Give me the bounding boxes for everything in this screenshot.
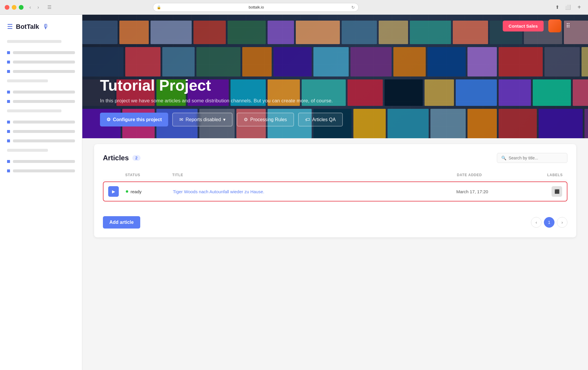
sidebar-dot-icon — [7, 51, 10, 54]
sidebar-item-label — [13, 100, 75, 103]
svg-rect-23 — [427, 47, 466, 76]
article-date: March 17, 17:20 — [456, 189, 515, 194]
add-article-button[interactable]: Add article — [103, 216, 140, 229]
labels-button[interactable]: ⬛ — [552, 186, 562, 197]
svg-rect-6 — [296, 21, 340, 44]
contact-sales-button[interactable]: Contact Sales — [503, 21, 544, 31]
play-icon: ▶ — [112, 189, 115, 194]
sidebar-item-label — [13, 121, 75, 124]
dropdown-arrow-icon: ▾ — [223, 117, 225, 122]
logo-brand: BotTalk — [16, 23, 39, 31]
sidebar-item-label — [13, 51, 75, 54]
svg-rect-20 — [313, 47, 349, 76]
url-text: bottalk.io — [163, 5, 349, 9]
articles-count-badge: 2 — [132, 155, 141, 161]
col-header-empty — [108, 173, 125, 177]
sidebar-dot-icon — [7, 169, 10, 172]
sidebar-item[interactable] — [0, 137, 82, 145]
sidebar-item[interactable] — [0, 58, 82, 66]
search-input[interactable] — [509, 156, 563, 160]
sidebar-item[interactable] — [0, 49, 82, 56]
logo-wave-icon: 🎙 — [43, 23, 49, 31]
sidebar-item-label — [13, 130, 75, 133]
svg-rect-5 — [268, 21, 294, 44]
svg-rect-27 — [582, 47, 588, 76]
svg-rect-0 — [82, 21, 118, 44]
back-button[interactable]: ‹ — [27, 4, 33, 11]
processing-label: Processing Rules — [250, 117, 287, 122]
svg-rect-16 — [162, 47, 195, 76]
sidebar-item[interactable] — [0, 68, 82, 75]
maximize-button[interactable] — [19, 5, 24, 10]
sidebar-item[interactable] — [0, 158, 82, 165]
sidebar-section-4 — [0, 146, 82, 156]
next-page-button[interactable]: › — [557, 217, 567, 228]
project-title: Tutorial Project — [100, 77, 570, 94]
articles-qa-button[interactable]: 🏷 Articles QA — [298, 113, 343, 126]
svg-rect-10 — [453, 21, 488, 44]
sidebar-dot-icon — [7, 61, 10, 64]
svg-rect-1 — [119, 21, 149, 44]
svg-rect-3 — [193, 21, 226, 44]
sidebar-item-label — [13, 139, 75, 142]
svg-rect-21 — [350, 47, 392, 76]
svg-rect-14 — [82, 47, 123, 76]
sidebar-section-2 — [0, 77, 82, 87]
share-button[interactable]: ⬆ — [554, 3, 561, 11]
page-1-button[interactable]: 1 — [544, 217, 554, 228]
sidebar-item[interactable] — [0, 167, 82, 175]
sidebar-dot-icon — [7, 91, 10, 94]
sidebar-item-label — [13, 61, 75, 64]
sidebar-dot-icon — [7, 130, 10, 133]
sidebar-item-label — [13, 169, 75, 172]
articles-footer: Add article ‹ 1 › — [103, 210, 567, 229]
status-cell: ready — [126, 189, 173, 194]
add-tab-button[interactable]: + — [575, 3, 583, 11]
sidebar-section-3 — [0, 107, 82, 117]
processing-icon: ⚙ — [244, 117, 248, 122]
sidebar-toggle-button[interactable]: ☰ — [45, 3, 54, 11]
svg-rect-17 — [196, 47, 240, 76]
minimize-button[interactable] — [12, 5, 16, 10]
pagination: ‹ 1 › — [531, 217, 567, 228]
article-title-link[interactable]: Tiger Woods nach Autounfall wieder zu Ha… — [173, 189, 456, 194]
svg-rect-2 — [151, 21, 192, 44]
svg-rect-15 — [125, 47, 161, 76]
articles-header: Articles 2 🔍 — [103, 153, 567, 163]
svg-rect-18 — [242, 47, 272, 76]
svg-rect-55 — [584, 109, 588, 138]
processing-rules-button[interactable]: ⚙ Processing Rules — [237, 113, 294, 126]
prev-page-button[interactable]: ‹ — [531, 217, 542, 228]
articles-title: Articles — [103, 154, 129, 162]
search-icon: 🔍 — [501, 156, 506, 160]
url-bar[interactable]: 🔒 bottalk.io ↻ — [153, 3, 359, 12]
sidebar-item-label — [13, 160, 75, 163]
play-button[interactable]: ▶ — [108, 186, 119, 197]
status-dot-icon — [126, 190, 128, 193]
close-button[interactable] — [5, 5, 9, 10]
svg-rect-19 — [273, 47, 312, 76]
forward-button[interactable]: › — [35, 4, 41, 11]
grid-icon[interactable]: ⠿ — [566, 22, 570, 29]
articles-qa-label: Articles QA — [312, 117, 336, 122]
reader-view-button[interactable]: ⬜ — [563, 3, 573, 11]
sidebar-item[interactable] — [0, 98, 82, 105]
table-row: ▶ ready Tiger Woods nach Autounfall wied… — [103, 181, 567, 201]
sidebar-item[interactable] — [0, 88, 82, 96]
nav-buttons: ‹ › — [27, 4, 41, 11]
browser-actions: ⬆ ⬜ + — [554, 3, 583, 11]
hero-section: Contact Sales ⠿ Tutorial Project In this… — [82, 15, 588, 138]
sidebar-blur-item — [7, 79, 48, 82]
reload-icon[interactable]: ↻ — [351, 5, 355, 10]
sidebar-item[interactable] — [0, 118, 82, 126]
configure-project-button[interactable]: ⚙ Configure this project — [100, 113, 168, 126]
browser-chrome: ‹ › ☰ 🔒 bottalk.io ↻ ⬆ ⬜ + — [0, 0, 588, 15]
reports-label: Reports disabled — [186, 117, 221, 122]
search-box: 🔍 — [497, 153, 567, 163]
articles-qa-icon: 🏷 — [305, 117, 310, 122]
reports-button[interactable]: ✉ Reports disabled ▾ — [172, 113, 233, 126]
svg-rect-41 — [573, 79, 588, 106]
project-description: In this project we have some articles an… — [100, 98, 570, 104]
sidebar-item[interactable] — [0, 128, 82, 135]
traffic-lights — [5, 5, 24, 10]
